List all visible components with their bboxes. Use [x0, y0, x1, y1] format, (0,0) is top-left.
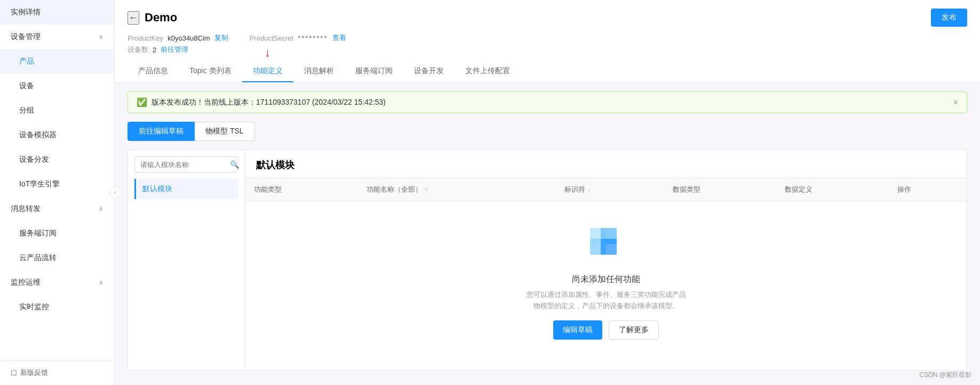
device-count-label: 设备数 — [128, 45, 148, 54]
sidebar-item-server-subscribe[interactable]: 服务端订阅 — [0, 221, 114, 246]
sidebar-item-label: 设备模拟器 — [19, 130, 57, 140]
two-panel-layout: 🔍 默认模块 默认模块 功能类型 — [128, 150, 967, 371]
red-arrow-tab-icon: ↓ — [265, 46, 270, 60]
sub-tab-tsl[interactable]: 物模型 TSL — [195, 122, 255, 141]
sub-tab-edit-draft[interactable]: 前往编辑草稿 — [128, 122, 195, 141]
sidebar-item-iot-twin[interactable]: IoT孪生引擎 — [0, 172, 114, 197]
manage-link[interactable]: 前往管理 — [161, 45, 188, 54]
th-type: 功能类型 — [245, 178, 358, 201]
sidebar-item-label: 监控运维 — [11, 278, 41, 287]
content-area: ✅ 版本发布成功！当前线上版本：1711093373107 (2024/03/2… — [115, 83, 980, 385]
empty-desc: 您可以通过添加属性、事件、服务三类功能完成产品物模型的定义，产品下的设备都会继承… — [526, 289, 686, 312]
tab-device-dev[interactable]: 设备开发 — [403, 61, 455, 82]
device-count-meta: 设备数 2 前往管理 — [128, 45, 188, 54]
th-data-def: 数据定义 — [776, 178, 889, 201]
sidebar-item-label: 分组 — [19, 106, 34, 115]
tab-label: 功能定义 — [253, 66, 283, 75]
meta-row: ProductKey k0yo34u8Cim 复制 ProductSecret … — [128, 33, 967, 43]
th-action: 操作 — [889, 178, 967, 201]
main-tabs: 产品信息 Topic 类列表 功能定义 ↓ 消息解析 服务端订阅 设备开发 文件… — [128, 61, 967, 82]
main-content: ← Demo 发布 ProductKey k0yo34u8Cim 复制 Prod… — [115, 0, 980, 385]
th-name: 功能名称（全部） ▽ — [358, 178, 556, 201]
sidebar-item-device-dispatch[interactable]: 设备分发 — [0, 147, 114, 172]
default-module-item[interactable]: 默认模块 — [134, 179, 238, 199]
sidebar-item-device[interactable]: 设备 — [0, 74, 114, 98]
back-button[interactable]: ← — [128, 11, 139, 25]
sub-tab-label: 物模型 TSL — [205, 127, 244, 135]
sidebar-collapse-toggle[interactable]: ‹ — [109, 187, 121, 199]
product-key-label: ProductKey — [128, 34, 163, 42]
sidebar-item-device-management[interactable]: 设备管理 ∧ — [0, 25, 114, 49]
sidebar-item-label: 产品 — [19, 57, 34, 66]
tab-feature-def[interactable]: 功能定义 ↓ — [242, 61, 293, 82]
sidebar-item-message-forward[interactable]: 消息转发 ∧ — [0, 197, 114, 221]
th-label: 数据类型 — [673, 185, 700, 193]
sidebar-item-device-simulator[interactable]: 设备模拟器 — [0, 123, 114, 147]
empty-state: 尚未添加任何功能 您可以通过添加属性、事件、服务三类功能完成产品物模型的定义，产… — [245, 201, 967, 361]
sidebar-item-label: 云产品流转 — [19, 253, 57, 263]
filter-icon[interactable]: ▽ — [424, 186, 428, 193]
sidebar-item-group[interactable]: 分组 — [0, 98, 114, 123]
chevron-up-icon: ∧ — [99, 33, 103, 41]
sub-tab-label: 前往编辑草稿 — [139, 127, 184, 135]
sidebar-item-label: IoT孪生引擎 — [19, 179, 60, 189]
sidebar-item-realtime-monitor[interactable]: 实时监控 — [0, 295, 114, 319]
success-banner: ✅ 版本发布成功！当前线上版本：1711093373107 (2024/03/2… — [128, 91, 967, 113]
sidebar-item-label: 消息转发 — [11, 204, 41, 214]
device-count-value: 2 — [153, 46, 156, 54]
tab-product-info[interactable]: 产品信息 — [128, 61, 179, 82]
tab-message-parse[interactable]: 消息解析 — [293, 61, 345, 82]
watermark: CSDN @紫阡星影 — [919, 371, 971, 380]
sidebar-item-cloud-product-flow[interactable]: 云产品流转 — [0, 246, 114, 270]
sidebar-item-instance-detail[interactable]: 实例详情 — [0, 0, 114, 25]
sidebar: 实例详情 设备管理 ∧ 产品 ← 设备 分组 设备模拟器 设备分发 IoT孪生引… — [0, 0, 115, 385]
module-search-input[interactable] — [140, 161, 230, 169]
copy-button[interactable]: 复制 — [214, 33, 228, 43]
module-label: 默认模块 — [142, 184, 172, 193]
page-title-row: ← Demo 发布 — [128, 9, 967, 27]
device-count-row: 设备数 2 前往管理 — [128, 45, 967, 54]
sort-icon[interactable]: ↕ — [587, 186, 591, 193]
th-identifier: 标识符 ↕ — [556, 178, 664, 201]
tab-topic-list[interactable]: Topic 类列表 — [179, 61, 242, 82]
publish-button[interactable]: 发布 — [931, 9, 967, 27]
search-icon: 🔍 — [230, 160, 239, 169]
feature-table-wrapper: 功能类型 功能名称（全部） ▽ — [245, 178, 967, 370]
check-circle-icon: ✅ — [137, 97, 147, 107]
left-panel: 🔍 默认模块 — [128, 150, 245, 370]
tab-server-sub[interactable]: 服务端订阅 — [345, 61, 403, 82]
sidebar-item-label: 实例详情 — [11, 7, 41, 17]
product-key-meta: ProductKey k0yo34u8Cim 复制 — [128, 33, 228, 43]
th-label: 标识符 — [564, 185, 585, 194]
page-title-left: ← Demo — [128, 11, 177, 25]
sidebar-item-label: 设备分发 — [19, 155, 49, 164]
th-label: 功能名称（全部） — [366, 185, 422, 194]
sidebar-item-monitor-ops[interactable]: 监控运维 ∧ — [0, 270, 114, 295]
product-secret-label: ProductSecret — [250, 34, 293, 42]
th-label: 操作 — [897, 185, 911, 193]
sidebar-footer-label: 新版反馈 — [20, 368, 48, 378]
th-label: 数据定义 — [785, 185, 812, 193]
sidebar-footer-feedback[interactable]: ☐ 新版反馈 — [0, 360, 114, 385]
tab-label: 产品信息 — [138, 66, 168, 75]
svg-rect-3 — [601, 239, 617, 255]
tab-label: Topic 类列表 — [189, 66, 232, 75]
sidebar-item-label: 实时监控 — [19, 302, 49, 312]
module-search-box[interactable]: 🔍 — [134, 156, 238, 172]
tab-file-upload[interactable]: 文件上传配置 — [455, 61, 521, 82]
right-panel-title: 默认模块 — [245, 150, 967, 178]
chevron-up-icon: ∧ — [99, 279, 103, 286]
back-arrow-icon: ← — [129, 12, 138, 23]
close-banner-button[interactable]: × — [953, 98, 958, 107]
view-link[interactable]: 查看 — [332, 33, 346, 43]
edit-draft-button[interactable]: 编辑草稿 — [553, 320, 602, 340]
tab-label: 服务端订阅 — [355, 66, 393, 75]
right-panel: 默认模块 功能类型 功能名称（全部） — [245, 150, 967, 370]
empty-actions: 编辑草稿 了解更多 — [553, 320, 659, 340]
tab-label: 消息解析 — [304, 66, 334, 75]
learn-more-button[interactable]: 了解更多 — [609, 320, 659, 340]
sidebar-item-product[interactable]: 产品 ← — [0, 49, 114, 74]
sidebar-item-label: 设备 — [19, 81, 34, 91]
success-text: 版本发布成功！当前线上版本：1711093373107 (2024/03/22 … — [152, 98, 386, 107]
chevron-up-icon: ∧ — [99, 205, 103, 213]
